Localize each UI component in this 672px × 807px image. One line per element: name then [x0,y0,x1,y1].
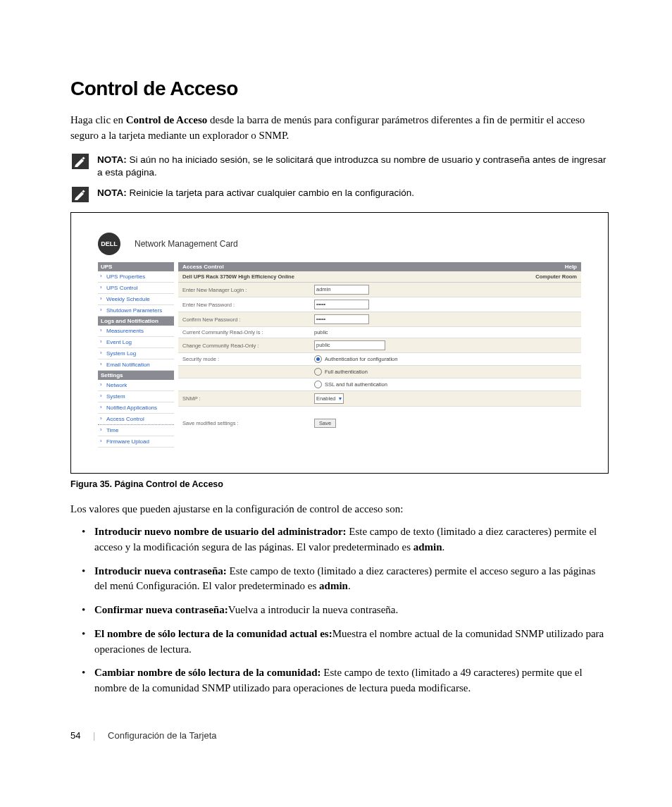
label-security-mode: Security mode : [178,353,310,366]
intro-pre: Haga clic en [70,114,126,125]
chevron-down-icon: ▾ [339,395,342,402]
select-snmp[interactable]: Enabled▾ [314,393,344,404]
value-community-ro-current: public [310,327,581,338]
intro-bold: Control de Acceso [126,114,208,125]
figure-caption: Figura 35. Página Control de Acceso [70,479,609,489]
pane-sub-right: Computer Room [535,273,577,280]
bullet-lead-3: Confirmar nueva contraseña: [94,604,228,615]
sidebar-item-access-control[interactable]: Access Control [98,414,174,425]
sidebar-item-ups-control[interactable]: UPS Control [98,283,174,294]
label-confirm-password: Confirm New Password : [178,312,310,327]
note-text-2: NOTA: Reinicie la tarjeta para activar c… [97,187,609,200]
content-pane: Access Control Help Dell UPS Rack 3750W … [178,262,581,448]
sidebar-item-email-notification[interactable]: Email Notification [98,359,174,371]
sidebar-item-ups-properties[interactable]: UPS Properties [98,271,174,283]
dell-logo: DELL [98,233,120,255]
bullet-text-3: Vuelva a introducir la nueva contraseña. [228,604,399,615]
page-footer: 54 | Configuración de la Tarjeta [70,730,609,741]
note-pencil-icon [70,187,90,202]
sidebar: UPS UPS Properties UPS Control Weekly Sc… [98,262,174,448]
list-item: El nombre de sólo lectura de la comunida… [94,627,609,658]
note-body-2: Reinicie la tarjeta para activar cualqui… [127,187,414,198]
sidebar-section-ups: UPS [98,262,174,271]
note-label-2: NOTA: [97,187,127,198]
input-community-ro-change[interactable]: public [314,340,385,350]
label-save-settings: Save modified settings : [178,417,310,430]
bullet-lead-5: Cambiar nombre de sólo lectura de la com… [94,667,321,678]
bullet-lead-2: Introducir nueva contraseña: [94,565,227,577]
pane-help-link[interactable]: Help [565,264,577,270]
bullet-bold-2: admin [319,580,348,591]
sidebar-item-notified-applications[interactable]: Notified Applications [98,402,174,414]
radio-full-auth-label: Full authentication [325,369,368,375]
label-manager-login: Enter New Manager Login : [178,283,310,297]
sidebar-item-shutdown-parameters[interactable]: Shutdown Parameters [98,305,174,316]
bullet-tail-2: . [348,580,351,591]
radio-ssl-full-auth[interactable] [314,381,322,388]
page-heading: Control de Acceso [70,78,609,100]
sidebar-item-measurements[interactable]: Measurements [98,326,174,337]
note-row-2: NOTA: Reinicie la tarjeta para activar c… [70,187,609,202]
note-text-1: NOTA: Si aún no ha iniciado sesión, se l… [97,154,609,180]
label-community-ro-current: Current Community Read-Only is : [178,327,310,338]
note-body-1: Si aún no ha iniciado sesión, se le soli… [97,154,606,178]
footer-separator: | [93,730,95,741]
sidebar-item-system[interactable]: System [98,391,174,402]
sidebar-item-time[interactable]: Time [98,425,174,436]
bullet-bold-1: admin [413,541,442,553]
label-new-password: Enter New Password : [178,297,310,312]
card-title: Network Management Card [135,239,238,249]
intro-paragraph: Haga clic en Control de Acceso desde la … [70,113,609,144]
radio-auth-config-label: Authentication for configuration [325,356,397,362]
sidebar-item-event-log[interactable]: Event Log [98,337,174,348]
pane-sub-left: Dell UPS Rack 3750W High Efficiency Onli… [182,273,294,280]
note-row-1: NOTA: Si aún no ha iniciado sesión, se l… [70,154,609,180]
radio-ssl-full-auth-label: SSL and full authentication [325,381,387,388]
save-button[interactable]: Save [314,419,336,428]
sidebar-section-logs: Logs and Notification [98,316,174,326]
list-item: Introducir nueva contraseña: Este campo … [94,564,609,595]
label-snmp: SNMP : [178,391,310,407]
sidebar-item-firmware-upload[interactable]: Firmware Upload [98,436,174,448]
list-item: Introducir nuevo nombre de usuario del a… [94,524,609,555]
after-figure-paragraph: Los valores que pueden ajustarse en la c… [70,502,609,517]
list-item: Confirmar nueva contraseña:Vuelva a intr… [94,603,609,618]
bullet-tail-1: . [442,541,445,553]
note-pencil-icon [70,154,90,169]
input-confirm-password[interactable]: ••••• [314,314,369,324]
sidebar-item-network[interactable]: Network [98,380,174,391]
label-community-ro-change: Change Community Read-Only : [178,338,310,353]
radio-full-auth[interactable] [314,368,322,376]
sidebar-section-settings: Settings [98,371,174,380]
page-number: 54 [70,730,80,741]
select-snmp-value: Enabled [316,395,336,402]
bullet-lead-4: El nombre de sólo lectura de la comunida… [94,628,332,639]
bullet-list: Introducir nuevo nombre de usuario del a… [94,524,609,696]
footer-section: Configuración de la Tarjeta [108,730,216,741]
sidebar-item-weekly-schedule[interactable]: Weekly Schedule [98,294,174,305]
radio-auth-config[interactable] [314,355,322,363]
bullet-lead-1: Introducir nuevo nombre de usuario del a… [94,526,347,537]
note-label-1: NOTA: [97,154,127,165]
sidebar-item-system-log[interactable]: System Log [98,348,174,359]
input-new-password[interactable]: ••••• [314,300,369,309]
list-item: Cambiar nombre de sólo lectura de la com… [94,665,609,696]
figure-frame: DELL Network Management Card UPS UPS Pro… [70,212,609,474]
input-manager-login[interactable]: admin [314,285,369,295]
pane-title: Access Control [182,264,224,270]
